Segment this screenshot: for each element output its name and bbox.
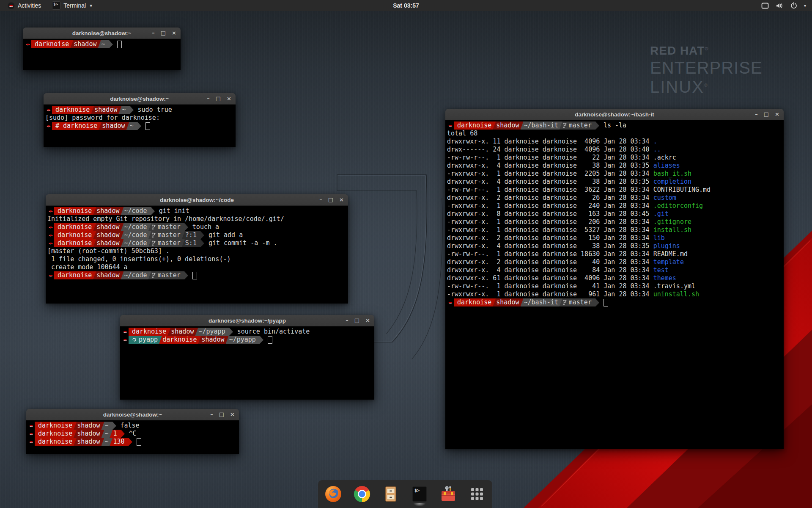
- dock-icon-terminal[interactable]: $>: [410, 484, 429, 504]
- minimize-button[interactable]: –: [319, 194, 322, 205]
- terminal-cursor: [145, 122, 150, 130]
- maximize-button[interactable]: □: [328, 194, 333, 205]
- firefox-icon: [324, 485, 343, 503]
- ls-file-name: template: [653, 258, 684, 266]
- window-title: darknoise@shadow:~: [72, 30, 132, 36]
- minimize-button[interactable]: –: [210, 409, 213, 420]
- ls-file-meta: drwxrwxr-x. 4 darknoise darknoise 38 Jan…: [447, 162, 653, 169]
- window-title: darknoise@shadow:~/code: [160, 197, 234, 203]
- terminal-content[interactable]: darknoiseshadow~sudo true[sudo] password…: [44, 105, 236, 147]
- terminal-content[interactable]: darknoiseshadow~/bash-itmasterls -latota…: [445, 120, 784, 449]
- prompt-segment-user: darknoise: [454, 121, 496, 130]
- close-button[interactable]: ×: [230, 409, 235, 420]
- command-text: source bin/activate: [237, 328, 310, 336]
- maximize-button[interactable]: □: [216, 93, 221, 104]
- redhat-logo-icon: [8, 2, 15, 9]
- window-titlebar[interactable]: darknoise@shadow:~/code – □ ×: [46, 194, 348, 206]
- dock: $>: [318, 480, 492, 508]
- terminal-window-pyapp[interactable]: darknoise@shadow:~/pyapp – □ × darknoise…: [120, 315, 374, 400]
- git-branch-icon: [152, 240, 156, 246]
- window-titlebar[interactable]: darknoise@shadow:~/bash-it – □ ×: [445, 109, 784, 120]
- terminal-cursor: [192, 272, 197, 279]
- minimize-button[interactable]: –: [346, 315, 348, 326]
- ls-output-row: -rwxrwxr-x. 1 darknoise darknoise 961 Ja…: [447, 290, 782, 298]
- ls-file-name: aliases: [653, 162, 680, 169]
- close-button[interactable]: ×: [227, 93, 231, 104]
- terminal-content[interactable]: darknoiseshadow~/pyappsource bin/activat…: [120, 326, 374, 400]
- terminal-icon: $>: [410, 485, 429, 503]
- prompt-line: # darknoiseshadow~: [45, 122, 234, 130]
- ls-file-name: CONTRIBUTING.md: [653, 186, 710, 193]
- close-button[interactable]: ×: [339, 194, 344, 205]
- prompt-segment-path: ~/bash-it: [520, 121, 562, 130]
- ls-file-name: .git: [653, 210, 669, 218]
- prompt-segment-host: shadow: [91, 106, 121, 114]
- terminal-content[interactable]: darknoiseshadow~/codegit initInitialized…: [46, 206, 348, 304]
- terminal-content[interactable]: darknoiseshadow~falsedarknoiseshadow~1^C…: [26, 420, 239, 454]
- ls-file-meta: -rw-rw-r--. 1 darknoise darknoise 3622 J…: [447, 186, 653, 193]
- prompt-segment-path: ~/code: [121, 207, 151, 215]
- ls-output-row: drwxrwxr-x. 2 darknoise darknoise 150 Ja…: [447, 234, 782, 242]
- redhat-prompt-icon: [28, 430, 35, 438]
- dock-icon-app-grid[interactable]: [467, 484, 487, 504]
- terminal-window-bash-it[interactable]: darknoise@shadow:~/bash-it – □ × darknoi…: [445, 109, 784, 449]
- prompt-segment-host: shadow: [167, 328, 198, 336]
- maximize-button[interactable]: □: [161, 28, 166, 39]
- brand-line-redhat: RED HAT®: [650, 44, 763, 58]
- window-titlebar[interactable]: darknoise@shadow:~/pyapp – □ ×: [120, 315, 374, 326]
- activities-button[interactable]: Activities: [3, 0, 45, 11]
- window-titlebar[interactable]: darknoise@shadow:~ – □ ×: [26, 409, 239, 420]
- prompt-arrow: [130, 106, 134, 114]
- terminal-output-line: create mode 100644 a: [47, 263, 346, 271]
- ls-file-name: README.md: [653, 250, 688, 258]
- ls-file-meta: drwxrwxr-x. 11 darknoise darknoise 4096 …: [447, 138, 653, 145]
- close-button[interactable]: ×: [775, 109, 779, 120]
- prompt-segment-user: darknoise: [54, 271, 96, 279]
- close-button[interactable]: ×: [172, 28, 176, 39]
- git-branch-icon: [152, 232, 156, 238]
- dock-icon-chrome[interactable]: [352, 484, 372, 504]
- redhat-prompt-icon: [122, 336, 129, 344]
- terminal-window-home-1[interactable]: darknoise@shadow:~ – □ × darknoiseshadow…: [23, 28, 181, 70]
- prompt-segment-host: shadow: [74, 422, 104, 430]
- prompt-segment-host: shadow: [493, 298, 523, 306]
- prompt-line: pyappdarknoiseshadow~/pyapp: [122, 336, 373, 344]
- registered-mark: ®: [704, 83, 708, 88]
- prompt-segment-host: shadow: [93, 207, 123, 215]
- screen-icon[interactable]: [761, 3, 769, 9]
- dock-icon-firefox[interactable]: [324, 484, 343, 504]
- clock[interactable]: Sat 03:57: [0, 2, 812, 9]
- maximize-button[interactable]: □: [354, 315, 359, 326]
- window-titlebar[interactable]: darknoise@shadow:~ – □ ×: [23, 28, 181, 39]
- window-titlebar[interactable]: darknoise@shadow:~ – □ ×: [44, 93, 236, 105]
- prompt-segment-host: shadow: [74, 430, 104, 438]
- prompt-segment-user: darknoise: [454, 298, 496, 306]
- prompt-segment-host: shadow: [99, 122, 129, 130]
- prompt-arrow: [184, 271, 188, 279]
- volume-icon[interactable]: [776, 3, 784, 9]
- terminal-window-code[interactable]: darknoise@shadow:~/code – □ × darknoises…: [46, 194, 348, 304]
- maximize-button[interactable]: □: [219, 409, 224, 420]
- ls-file-meta: drwxrwxr-x. 61 darknoise darknoise 4096 …: [447, 274, 653, 282]
- prompt-line: darknoiseshadow~/codemasterS:1git commit…: [47, 239, 346, 247]
- ls-file-name: plugins: [653, 242, 680, 250]
- dock-icon-files[interactable]: [381, 484, 401, 504]
- minimize-button[interactable]: –: [152, 28, 155, 39]
- power-icon[interactable]: [790, 2, 797, 9]
- terminal-window-home-2[interactable]: darknoise@shadow:~ – □ × darknoiseshadow…: [26, 409, 239, 454]
- app-menu-terminal[interactable]: $> Terminal ▼: [48, 0, 97, 11]
- terminal-content[interactable]: darknoiseshadow~: [23, 39, 181, 70]
- minimize-button[interactable]: –: [207, 93, 210, 104]
- maximize-button[interactable]: □: [764, 109, 769, 120]
- window-title: darknoise@shadow:~: [110, 96, 169, 102]
- redhat-prompt-icon: [47, 271, 54, 279]
- close-button[interactable]: ×: [365, 315, 370, 326]
- prompt-segment-host: shadow: [198, 336, 228, 344]
- prompt-segment-user: darknoise: [54, 207, 96, 215]
- dock-icon-toolbox[interactable]: [439, 484, 458, 504]
- chevron-down-icon[interactable]: ▾: [804, 3, 806, 8]
- terminal-app-icon: $>: [52, 1, 60, 10]
- prompt-arrow: [595, 121, 599, 130]
- minimize-button[interactable]: –: [755, 109, 758, 120]
- terminal-window-sudo[interactable]: darknoise@shadow:~ – □ × darknoiseshadow…: [44, 93, 236, 147]
